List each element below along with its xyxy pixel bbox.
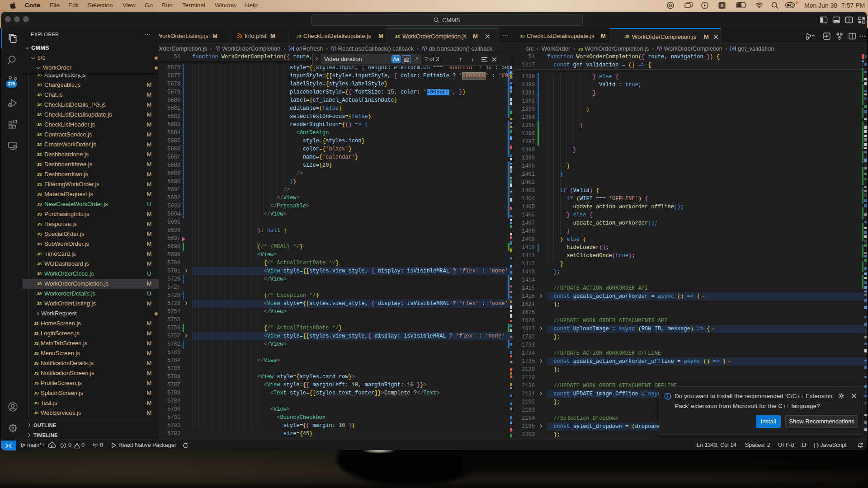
svg-text:A: A xyxy=(720,3,724,8)
svg-text:G: G xyxy=(669,3,672,8)
